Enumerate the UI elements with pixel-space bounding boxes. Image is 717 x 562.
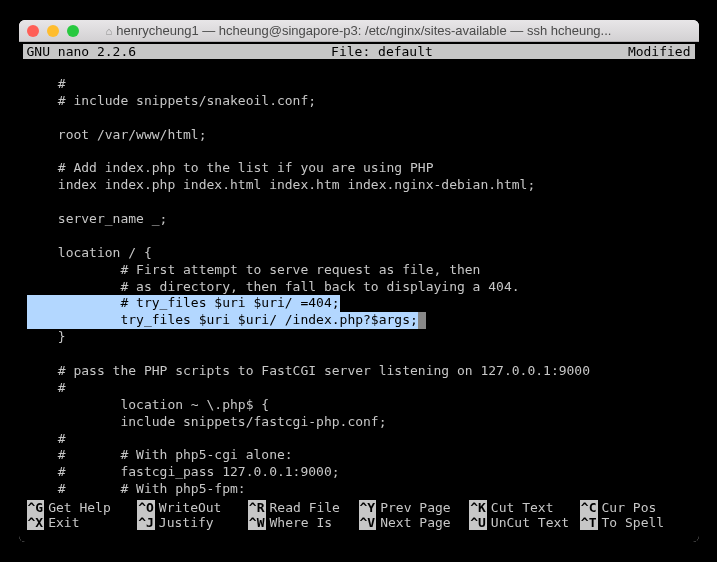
editor-line[interactable]: # [27,431,691,448]
titlebar[interactable]: ⌂ henrycheung1 — hcheung@singapore-p3: /… [19,20,699,42]
shortcut-label: Exit [48,515,79,530]
editor-line[interactable]: # Add index.php to the list if you are u… [27,160,691,177]
shortcut: ^YPrev Page [359,500,470,515]
shortcut-label: WriteOut [159,500,222,515]
window-title: ⌂ henrycheung1 — hcheung@singapore-p3: /… [106,23,612,38]
shortcut: ^RRead File [248,500,359,515]
shortcut-key: ^O [137,500,155,515]
shortcut-key: ^J [137,515,155,530]
shortcut-label: Justify [159,515,214,530]
editor-line[interactable] [27,143,691,160]
editor-line[interactable] [27,194,691,211]
editor-line[interactable]: # First attempt to serve request as file… [27,262,691,279]
shortcut-key: ^G [27,500,45,515]
editor-line[interactable]: # # With php5-cgi alone: [27,447,691,464]
editor-line[interactable]: include snippets/fastcgi-php.conf; [27,414,691,431]
shortcut-key: ^R [248,500,266,515]
editor-line[interactable]: # # With php5-fpm: [27,481,691,498]
editor-line[interactable] [27,228,691,245]
shortcut-label: Next Page [380,515,450,530]
terminal-window: ⌂ henrycheung1 — hcheung@singapore-p3: /… [19,20,699,542]
nano-status: Modified [628,44,691,59]
close-button[interactable] [27,25,39,37]
editor-content[interactable]: # # include snippets/snakeoil.conf; root… [23,59,695,498]
shortcut: ^WWhere Is [248,515,359,530]
shortcut: ^CCur Pos [580,500,691,515]
shortcut-key: ^T [580,515,598,530]
maximize-button[interactable] [67,25,79,37]
editor-line[interactable]: # as directory, then fall back to displa… [27,279,691,296]
terminal-body[interactable]: GNU nano 2.2.6 File: default Modified # … [19,42,699,542]
editor-line[interactable]: # fastcgi_pass 127.0.0.1:9000; [27,464,691,481]
shortcut-key: ^X [27,515,45,530]
shortcut-key: ^V [359,515,377,530]
shortcut-key: ^K [469,500,487,515]
editor-line[interactable] [27,110,691,127]
editor-line[interactable]: server_name _; [27,211,691,228]
shortcut-label: Cur Pos [602,500,657,515]
shortcut-label: Get Help [48,500,111,515]
editor-line[interactable]: index index.php index.html index.htm ind… [27,177,691,194]
shortcut-key: ^U [469,515,487,530]
shortcut-label: Prev Page [380,500,450,515]
editor-line[interactable]: # pass the PHP scripts to FastCGI server… [27,363,691,380]
editor-line[interactable]: try_files $uri $uri/ /index.php?$args; [27,312,691,329]
shortcut: ^UUnCut Text [469,515,580,530]
shortcut: ^VNext Page [359,515,470,530]
nano-header: GNU nano 2.2.6 File: default Modified [23,44,695,59]
minimize-button[interactable] [47,25,59,37]
shortcut-bar: ^GGet Help^XExit^OWriteOut^JJustify^RRea… [23,498,695,532]
shortcut-label: Where Is [270,515,333,530]
window-title-text: henrycheung1 — hcheung@singapore-p3: /et… [116,23,611,38]
editor-line[interactable]: root /var/www/html; [27,127,691,144]
editor-line[interactable]: # [27,380,691,397]
shortcut: ^TTo Spell [580,515,691,530]
editor-line[interactable]: } [27,329,691,346]
editor-line[interactable]: # include snippets/snakeoil.conf; [27,93,691,110]
nano-file: File: default [136,44,628,59]
editor-line[interactable]: # [27,76,691,93]
shortcut: ^KCut Text [469,500,580,515]
editor-line[interactable]: location / { [27,245,691,262]
window-controls [27,25,79,37]
shortcut-label: Cut Text [491,500,554,515]
shortcut-key: ^Y [359,500,377,515]
shortcut: ^XExit [27,515,138,530]
shortcut-key: ^C [580,500,598,515]
shortcut: ^OWriteOut [137,500,248,515]
nano-version: GNU nano 2.2.6 [27,44,137,59]
editor-line[interactable] [27,346,691,363]
editor-line[interactable]: # try_files $uri $uri/ =404; [27,295,691,312]
shortcut-label: Read File [270,500,340,515]
shortcut: ^JJustify [137,515,248,530]
shortcut-label: UnCut Text [491,515,569,530]
shortcut: ^GGet Help [27,500,138,515]
cursor [418,312,426,329]
shortcut-label: To Spell [602,515,665,530]
home-icon: ⌂ [106,25,113,37]
editor-line[interactable]: location ~ \.php$ { [27,397,691,414]
shortcut-key: ^W [248,515,266,530]
